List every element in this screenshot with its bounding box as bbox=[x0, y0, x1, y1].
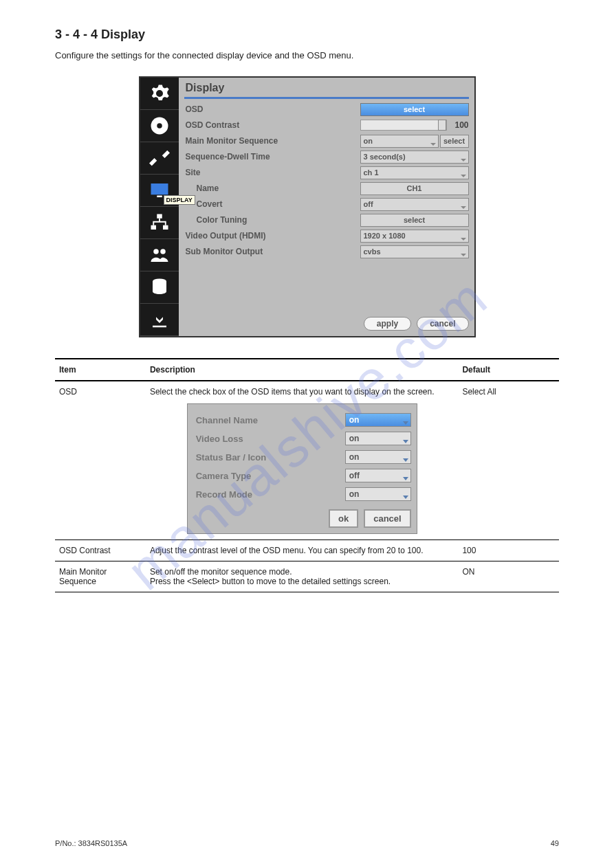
channel-name-label: Channel Name bbox=[196, 415, 345, 425]
sidebar-item-users[interactable] bbox=[140, 239, 179, 271]
dwell-label: Sequence-Dwell Time bbox=[184, 152, 360, 162]
camera-type-label: Camera Type bbox=[196, 471, 345, 481]
site-dropdown[interactable]: ch 1 bbox=[360, 166, 469, 179]
sidebar-item-network[interactable] bbox=[140, 207, 179, 239]
svg-rect-6 bbox=[163, 225, 168, 229]
dialog-main: Display OSD select OSD Contrast 100 Main… bbox=[179, 78, 474, 336]
color-tuning-label: Color Tuning bbox=[184, 215, 360, 225]
footer-partno: P/No.: 3834RS0135A bbox=[55, 839, 127, 847]
main-sequence-dropdown[interactable]: on bbox=[360, 135, 439, 148]
osd-contrast-slider[interactable] bbox=[360, 120, 447, 131]
svg-rect-2 bbox=[151, 183, 168, 194]
cell-item: Main Monitor Sequence bbox=[55, 561, 146, 592]
color-tuning-button[interactable]: select bbox=[360, 214, 469, 227]
dialog-footer: apply cancel bbox=[179, 311, 474, 336]
dialog-divider bbox=[184, 97, 469, 99]
sub-monitor-dropdown[interactable]: cvbs bbox=[360, 245, 469, 258]
mainseq-item-line2: Sequence bbox=[59, 577, 142, 586]
sidebar-item-display[interactable]: DISPLAY bbox=[140, 175, 179, 207]
name-field[interactable]: CH1 bbox=[360, 182, 469, 195]
table-row: OSD Contrast Adjust the contrast level o… bbox=[55, 539, 559, 561]
covert-dropdown[interactable]: off bbox=[360, 198, 469, 211]
svg-rect-3 bbox=[157, 195, 162, 197]
video-loss-dropdown[interactable]: on bbox=[345, 432, 411, 445]
th-default: Default bbox=[458, 359, 559, 381]
svg-point-1 bbox=[157, 123, 162, 129]
settings-panel: OSD select OSD Contrast 100 Main Monitor… bbox=[179, 102, 474, 260]
svg-rect-5 bbox=[151, 225, 156, 229]
cell-item: OSD bbox=[55, 381, 146, 540]
gear-icon bbox=[149, 83, 170, 104]
svg-point-7 bbox=[153, 249, 159, 254]
network-icon bbox=[149, 212, 170, 233]
section-intro: Configure the settings for the connected… bbox=[55, 49, 559, 63]
mainseq-desc-line1: Set on/off the monitor sequence mode. bbox=[150, 567, 454, 577]
cell-default: ON bbox=[458, 561, 559, 592]
database-icon bbox=[149, 277, 170, 298]
sidebar-item-system[interactable] bbox=[140, 78, 179, 110]
mainseq-desc-line2: Press the <Select> button to move to the… bbox=[150, 577, 454, 586]
footer-page-number: 49 bbox=[551, 839, 559, 847]
mainseq-def-line1: ON bbox=[462, 567, 555, 577]
dwell-dropdown[interactable]: 3 second(s) bbox=[360, 151, 469, 164]
video-loss-label: Video Loss bbox=[196, 434, 345, 444]
site-label: Site bbox=[184, 168, 360, 177]
sidebar-item-download[interactable] bbox=[140, 304, 179, 336]
covert-label: Covert bbox=[184, 199, 360, 209]
video-output-dropdown[interactable]: 1920 x 1080 bbox=[360, 230, 469, 243]
record-mode-label: Record Mode bbox=[196, 489, 345, 500]
apply-button[interactable]: apply bbox=[364, 317, 411, 331]
osd-contrast-label: OSD Contrast bbox=[184, 120, 360, 130]
sidebar-item-record[interactable] bbox=[140, 110, 179, 142]
cell-desc: Select the check box of the OSD items th… bbox=[146, 381, 458, 540]
table-row: Main Monitor Sequence Set on/off the mon… bbox=[55, 561, 559, 592]
svg-rect-4 bbox=[157, 214, 162, 218]
osd-contrast-value: 100 bbox=[450, 120, 469, 130]
cell-desc: Adjust the contrast level of the OSD men… bbox=[146, 539, 458, 561]
cancel-button[interactable]: cancel bbox=[417, 317, 468, 331]
channel-name-dropdown[interactable]: on bbox=[345, 413, 411, 427]
osd-popup: Channel Name on Video Loss on Status Bar… bbox=[187, 403, 417, 534]
disc-icon bbox=[149, 115, 170, 136]
cell-default: 100 bbox=[458, 539, 559, 561]
th-desc: Description bbox=[146, 359, 458, 381]
sidebar-item-storage[interactable] bbox=[140, 271, 179, 304]
mainseq-item-line1: Main Monitor bbox=[59, 567, 142, 577]
table-row: OSD Select the check box of the OSD item… bbox=[55, 381, 559, 540]
sub-monitor-label: Sub Monitor Output bbox=[184, 247, 360, 256]
status-bar-dropdown[interactable]: on bbox=[345, 450, 411, 464]
section-heading: 3 - 4 - 4 Display bbox=[55, 27, 559, 42]
osd-ok-button[interactable]: ok bbox=[329, 509, 358, 528]
name-label: Name bbox=[184, 183, 360, 193]
cell-item: OSD Contrast bbox=[55, 539, 146, 561]
record-mode-dropdown[interactable]: on bbox=[345, 487, 411, 501]
tools-icon bbox=[149, 148, 170, 168]
users-icon bbox=[149, 245, 170, 265]
sidebar: DISPLAY bbox=[140, 78, 179, 336]
slider-thumb[interactable] bbox=[438, 120, 446, 131]
main-sequence-select-button[interactable]: select bbox=[440, 135, 469, 148]
osd-select-button[interactable]: select bbox=[360, 103, 469, 116]
osd-label: OSD bbox=[184, 104, 360, 114]
display-dialog: DISPLAY Display OSD select OSD Contrast bbox=[139, 76, 476, 337]
description-table: Item Description Default OSD Select the … bbox=[55, 358, 559, 592]
svg-point-8 bbox=[160, 249, 166, 254]
display-tooltip: DISPLAY bbox=[164, 195, 195, 205]
camera-type-dropdown[interactable]: off bbox=[345, 469, 411, 482]
th-item: Item bbox=[55, 359, 146, 381]
cell-default: Select All bbox=[458, 381, 559, 540]
sidebar-item-tools[interactable] bbox=[140, 142, 179, 175]
dialog-title: Display bbox=[179, 78, 474, 97]
osd-desc-text: Select the check box of the OSD items th… bbox=[150, 387, 454, 397]
cell-desc: Set on/off the monitor sequence mode. Pr… bbox=[146, 561, 458, 592]
main-sequence-label: Main Monitor Sequence bbox=[184, 136, 360, 146]
download-icon bbox=[149, 309, 170, 330]
osd-cancel-button[interactable]: cancel bbox=[364, 509, 410, 528]
video-output-label: Video Output (HDMI) bbox=[184, 231, 360, 241]
status-bar-label: Status Bar / Icon bbox=[196, 452, 345, 463]
